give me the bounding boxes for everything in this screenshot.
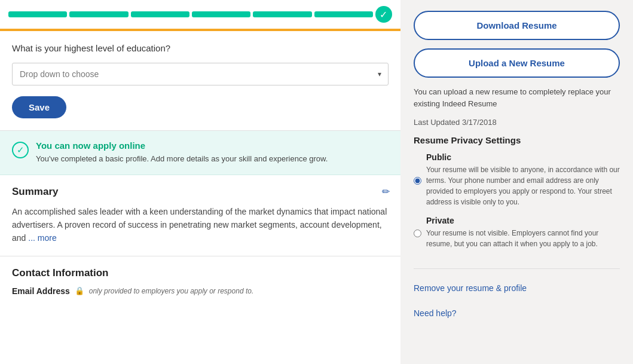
progress-segment-6 xyxy=(314,11,373,17)
privacy-private-desc: Your resume is not visible. Employers ca… xyxy=(426,228,620,249)
upload-desc: You can upload a new resume to completel… xyxy=(414,86,620,109)
progress-bar-container: ✓ xyxy=(0,0,400,29)
divider xyxy=(414,268,620,269)
privacy-private-option: Private Your resume is not visible. Empl… xyxy=(414,216,620,249)
contact-email-row: Email Address 🔒 only provided to employe… xyxy=(12,286,389,296)
summary-text: An accomplished sales leader with a keen… xyxy=(12,205,389,245)
apply-banner-title: You can now apply online xyxy=(36,140,328,151)
save-button[interactable]: Save xyxy=(12,96,66,118)
privacy-public-desc: Your resume will be visible to anyone, i… xyxy=(426,164,620,207)
education-dropdown[interactable]: Drop down to choose xyxy=(12,63,389,85)
privacy-private-label: Private xyxy=(426,216,620,225)
contact-section: Contact Information Email Address 🔒 only… xyxy=(0,256,400,307)
lock-icon: 🔒 xyxy=(75,286,84,295)
privacy-public-label: Public xyxy=(426,152,620,162)
privacy-public-option: Public Your resume will be visible to an… xyxy=(414,152,620,207)
email-label: Email Address xyxy=(12,286,70,296)
privacy-public-radio[interactable] xyxy=(414,154,421,207)
privacy-private-content: Private Your resume is not visible. Empl… xyxy=(426,216,620,249)
apply-online-banner: ✓ You can now apply online You've comple… xyxy=(0,131,400,175)
education-question: What is your highest level of education? xyxy=(12,43,389,53)
summary-edit-icon[interactable]: ✏ xyxy=(382,186,390,197)
left-panel: ✓ What is your highest level of educatio… xyxy=(0,0,400,364)
education-section: What is your highest level of education?… xyxy=(0,31,400,131)
progress-segment-5 xyxy=(253,11,311,17)
education-dropdown-wrapper: Drop down to choose ▾ xyxy=(12,63,389,85)
summary-more-link[interactable]: more xyxy=(38,233,57,243)
contact-title: Contact Information xyxy=(12,267,389,279)
privacy-public-content: Public Your resume will be visible to an… xyxy=(426,152,620,207)
progress-complete-icon: ✓ xyxy=(375,6,392,23)
need-help-link[interactable]: Need help? xyxy=(414,308,620,318)
privacy-title: Resume Privacy Settings xyxy=(414,135,620,145)
right-panel: Download Resume Upload a New Resume You … xyxy=(400,0,633,364)
remove-resume-link[interactable]: Remove your resume & profile xyxy=(414,283,620,293)
apply-check-icon: ✓ xyxy=(12,142,29,158)
progress-segment-3 xyxy=(131,11,189,17)
apply-banner-content: You can now apply online You've complete… xyxy=(36,140,328,165)
summary-ellipsis: ... xyxy=(28,233,35,243)
download-resume-button[interactable]: Download Resume xyxy=(414,11,620,40)
progress-segment-1 xyxy=(8,11,67,17)
summary-title: Summary xyxy=(12,186,389,198)
email-note: only provided to employers you apply or … xyxy=(89,287,254,295)
upload-resume-button[interactable]: Upload a New Resume xyxy=(414,48,620,78)
apply-banner-text: You've completed a basic profile. Add mo… xyxy=(36,153,328,165)
progress-segment-2 xyxy=(69,11,128,17)
last-updated: Last Updated 3/17/2018 xyxy=(414,118,620,127)
summary-section: Summary ✏ An accomplished sales leader w… xyxy=(0,175,400,256)
privacy-section: Resume Privacy Settings Public Your resu… xyxy=(414,135,620,258)
progress-segment-4 xyxy=(192,11,250,17)
privacy-private-radio[interactable] xyxy=(414,218,421,249)
